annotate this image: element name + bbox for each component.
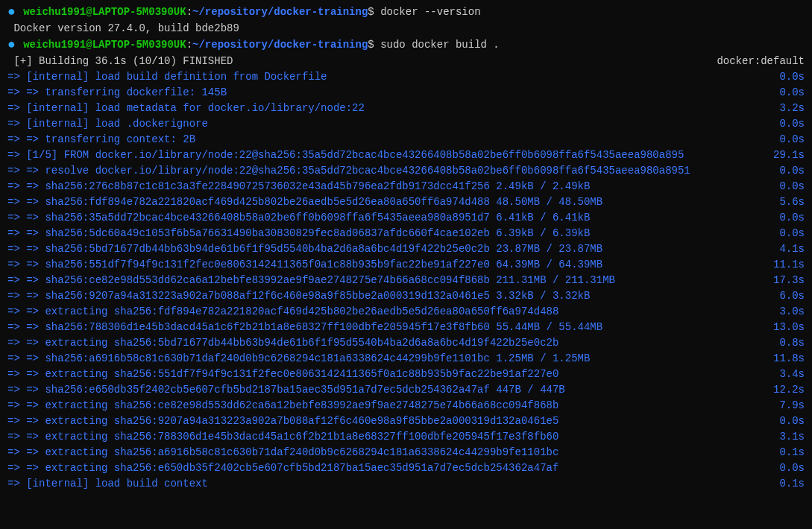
build-step-line: => => sha256:fdf894e782a221820acf469d425… <box>7 194 805 210</box>
step-arrow: => => <box>7 399 45 411</box>
step-text: extracting sha256:788306d1e45b3dacd45a1c… <box>45 431 558 443</box>
step-text: sha256:788306d1e45b3dacd45a1c6f2b21b1a8e… <box>45 321 602 333</box>
build-step-line: => => extracting sha256:9207a94a313223a9… <box>7 414 805 429</box>
build-step-line: => => extracting sha256:a6916b58c81c630b… <box>7 445 805 460</box>
step-duration: 0.0s <box>773 226 805 241</box>
step-arrow: => => <box>7 337 45 349</box>
command-text: sudo docker build . <box>380 39 500 51</box>
prompt-colon: : <box>186 6 192 18</box>
build-step-line: => => extracting sha256:788306d1e45b3dac… <box>7 429 805 445</box>
step-arrow: => => <box>7 243 45 255</box>
build-step-line: => => sha256:9207a94a313223a902a7b088af1… <box>7 288 805 304</box>
terminal-line-output: Docker version 27.4.0, build bde2b89 <box>7 21 805 37</box>
step-arrow: => <box>7 478 26 490</box>
step-text: sha256:e650db35f2402cb5e607cfb5bd2187ba1… <box>45 384 564 396</box>
build-step-line: => => extracting sha256:fdf894e782a22182… <box>7 304 805 320</box>
step-arrow: => => <box>7 305 45 317</box>
prompt-user: weichu1991@LAPTOP-5M0390UK <box>23 6 186 18</box>
step-duration: 0.8s <box>773 335 805 351</box>
step-arrow: => <box>7 118 26 130</box>
step-duration: 17.3s <box>767 273 805 288</box>
step-duration: 3.4s <box>773 367 805 382</box>
step-arrow: => => <box>7 352 45 364</box>
build-step-line: => => transferring context: 2B0.0s <box>7 132 805 148</box>
step-arrow: => => <box>7 415 45 427</box>
build-step-line: => => sha256:5bd71677db44bb63b94de61b6f1… <box>7 241 805 257</box>
prompt-colon: : <box>186 39 192 51</box>
step-arrow: => <box>7 102 26 114</box>
step-duration: 0.0s <box>773 414 805 429</box>
step-text: extracting sha256:a6916b58c81c630b71daf2… <box>45 446 558 458</box>
prompt-user: weichu1991@LAPTOP-5M0390UK <box>23 39 186 51</box>
step-duration: 3.0s <box>773 304 805 320</box>
build-step-line: => => sha256:788306d1e45b3dacd45a1c6f2b2… <box>7 320 805 335</box>
build-step-line: => [1/5] FROM docker.io/library/node:22@… <box>7 148 805 163</box>
step-duration: 0.0s <box>773 116 805 132</box>
step-arrow: => => <box>7 86 45 98</box>
step-arrow: => => <box>7 446 45 458</box>
bullet-icon: ● <box>7 37 16 52</box>
prompt-dollar: $ <box>368 39 374 51</box>
step-text: [internal] load build context <box>26 478 208 490</box>
step-text: extracting sha256:e650db35f2402cb5e607cf… <box>45 462 558 474</box>
build-step-line: => [internal] load .dockerignore0.0s <box>7 116 805 132</box>
bullet-icon: ● <box>7 4 16 19</box>
terminal-line-prompt-1[interactable]: ● weichu1991@LAPTOP-5M0390UK:~/repositor… <box>7 4 805 20</box>
build-header-right: docker:default <box>711 54 805 69</box>
step-duration: 4.1s <box>773 241 805 257</box>
step-arrow: => => <box>7 259 45 270</box>
build-step-line: => [internal] load metadata for docker.i… <box>7 101 805 116</box>
version-output: Docker version 27.4.0, build bde2b89 <box>13 22 239 34</box>
step-duration: 0.0s <box>773 132 805 148</box>
step-duration: 0.1s <box>773 445 805 460</box>
step-arrow: => => <box>7 290 45 302</box>
step-text: sha256:fdf894e782a221820acf469d425b802be… <box>45 196 602 208</box>
build-step-line: => => extracting sha256:5bd71677db44bb63… <box>7 335 805 351</box>
step-arrow: => <box>7 71 26 83</box>
step-arrow: => => <box>7 227 45 239</box>
step-duration: 13.0s <box>767 320 805 335</box>
step-text: [internal] load .dockerignore <box>26 118 208 130</box>
step-arrow: => => <box>7 133 45 145</box>
terminal-line-prompt-2[interactable]: ● weichu1991@LAPTOP-5M0390UK:~/repositor… <box>7 37 805 53</box>
build-step-line: => [internal] load build definition from… <box>7 69 805 85</box>
step-text: [1/5] FROM docker.io/library/node:22@sha… <box>26 149 684 161</box>
step-duration: 0.0s <box>773 85 805 101</box>
build-steps-container: => [internal] load build definition from… <box>7 69 805 492</box>
build-step-line: => => sha256:551df7f94f9c131f2fec0e80631… <box>7 257 805 273</box>
step-text: resolve docker.io/library/node:22@sha256… <box>45 165 690 177</box>
build-step-line: => => resolve docker.io/library/node:22@… <box>7 163 805 179</box>
step-text: sha256:a6916b58c81c630b71daf240d0b9c6268… <box>45 352 590 364</box>
step-text: sha256:9207a94a313223a902a7b088af12f6c46… <box>45 290 590 302</box>
step-duration: 5.6s <box>773 194 805 210</box>
step-duration: 12.2s <box>767 382 805 398</box>
step-duration: 7.9s <box>773 398 805 414</box>
step-duration: 3.2s <box>773 101 805 116</box>
command-text: docker --version <box>380 6 480 18</box>
step-text: [internal] load metadata for docker.io/l… <box>26 102 365 114</box>
step-arrow: => => <box>7 462 45 474</box>
step-text: sha256:5bd71677db44bb63b94de61b6f1f95d55… <box>45 243 602 255</box>
build-step-line: => => sha256:a6916b58c81c630b71daf240d0b… <box>7 351 805 367</box>
step-text: sha256:5dc60a49c1053f6b5a76631490ba30830… <box>45 227 590 239</box>
step-duration: 11.1s <box>767 257 805 273</box>
step-arrow: => => <box>7 180 45 192</box>
step-arrow: => <box>7 149 26 161</box>
build-step-line: => => extracting sha256:ce82e98d553dd62c… <box>7 398 805 414</box>
build-step-line: => => extracting sha256:551df7f94f9c131f… <box>7 367 805 382</box>
build-step-line: => [internal] load build context0.1s <box>7 476 805 492</box>
build-step-line: => => sha256:e650db35f2402cb5e607cfb5bd2… <box>7 382 805 398</box>
step-arrow: => => <box>7 384 45 396</box>
build-header-left: [+] Building 36.1s (10/10) FINISHED <box>13 55 233 67</box>
step-arrow: => => <box>7 196 45 208</box>
build-step-line: => => transferring dockerfile: 145B0.0s <box>7 85 805 101</box>
step-duration: 0.0s <box>773 179 805 194</box>
step-duration: 29.1s <box>767 148 805 163</box>
prompt-path: ~/repository/docker-training <box>192 6 368 18</box>
step-arrow: => => <box>7 368 45 380</box>
prompt-dollar: $ <box>368 6 374 18</box>
step-text: transferring context: 2B <box>45 133 195 145</box>
step-arrow: => => <box>7 165 45 177</box>
step-text: sha256:35a5dd72bcac4bce43266408b58a02be6… <box>45 212 590 224</box>
step-text: extracting sha256:9207a94a313223a902a7b0… <box>45 415 558 427</box>
